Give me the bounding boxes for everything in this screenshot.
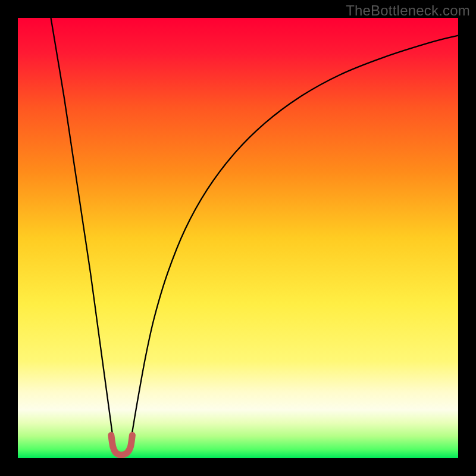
chart-frame xyxy=(18,18,458,458)
chart-background xyxy=(18,18,458,458)
bottleneck-chart xyxy=(18,18,458,458)
watermark-text: TheBottleneck.com xyxy=(346,2,470,19)
